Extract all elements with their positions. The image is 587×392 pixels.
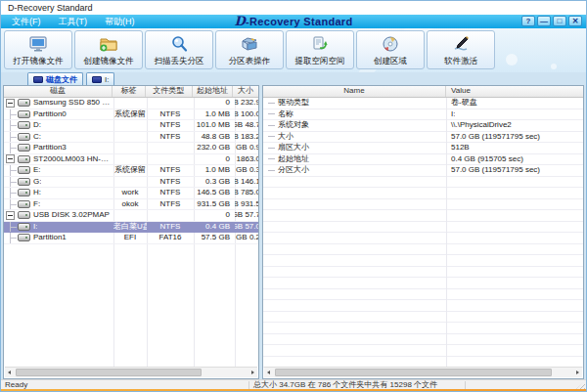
column-header-start[interactable]: 起始地址 [193, 86, 234, 97]
partition-row[interactable]: Partition1EFIFAT1657.5 GB0.2 GB [4, 233, 258, 244]
partition-box-icon [240, 32, 259, 56]
size-cell: 0.9 GB [235, 143, 258, 153]
disk-row[interactable]: Samsung SSD 850 EVO …0232.9 GB [4, 98, 258, 109]
partition-row[interactable]: H:workNTFS146.5 GB785.0 GB [4, 188, 258, 199]
tree-name-cell: G: [4, 177, 113, 188]
scroll-right-arrow-icon[interactable] [248, 368, 257, 377]
label-cell [113, 120, 147, 131]
activate-software-button[interactable]: 软件激活 [427, 30, 495, 69]
tab-disk-files[interactable]: 磁盘文件 [27, 72, 83, 85]
collapse-expander-icon[interactable] [6, 211, 15, 220]
maximize-button[interactable]: □ [553, 16, 566, 26]
property-name: 名称 [263, 109, 446, 120]
tree-connector [4, 132, 18, 143]
collapse-expander-icon[interactable] [6, 154, 15, 163]
close-button[interactable]: ✕ [568, 16, 582, 26]
start-address-cell: 0 [194, 98, 235, 109]
tab-drive-i[interactable]: I: [86, 72, 114, 85]
disk-row[interactable]: USB DISK 3.02PMAP057.7 GB [4, 210, 258, 222]
empty-row [263, 300, 583, 312]
decorative-bubble [551, 64, 557, 69]
drive-icon [18, 110, 30, 118]
label-cell: okok [113, 199, 147, 210]
property-name [263, 334, 446, 345]
size-cell: 785.0 GB [235, 188, 258, 198]
tree-name-cell: Partition1 [4, 233, 113, 243]
partition-row[interactable]: G:NTFS0.3 GB146.1 GB [4, 177, 258, 189]
column-header-label[interactable]: 标签 [113, 86, 146, 97]
extract-free-space-button[interactable]: 提取空闲空间 [286, 30, 354, 69]
partition-row[interactable]: D:NTFS101.0 MB48.7 GB [4, 120, 258, 132]
scroll-left-arrow-icon[interactable] [264, 368, 274, 377]
partition-row[interactable]: I:老白菜U盘NTFS0.4 GB57.0 GB [4, 222, 258, 234]
drive-icon [18, 223, 30, 231]
scroll-right-arrow-icon[interactable] [572, 368, 582, 377]
scrollbar-thumb[interactable] [16, 369, 202, 376]
drive-name: D: [33, 120, 41, 131]
drive-name: ST2000LM003 HN-M20… [33, 154, 113, 165]
label-cell [113, 177, 147, 188]
drive-name: I: [33, 222, 37, 233]
drive-icon [18, 155, 30, 163]
toolbar-button-label: 软件激活 [444, 56, 477, 66]
create-image-button[interactable]: 创建镜像文件 [74, 30, 143, 69]
tree-name-cell: Partition3 [4, 143, 113, 153]
property-row[interactable]: 分区大小57.0 GB (119571795 sec) [263, 165, 583, 177]
property-row[interactable]: 驱动类型卷-硬盘 [263, 98, 583, 109]
create-region-button[interactable]: 创建区域 [356, 30, 425, 69]
property-row[interactable]: 系统对象\\.\PhysicalDrive2 [263, 120, 583, 132]
drive-icon [18, 234, 30, 241]
property-name: 起始地址 [263, 154, 446, 165]
property-value: 0.4 GB (915705 sec) [446, 154, 523, 165]
empty-row [263, 312, 583, 324]
filetype-cell: NTFS [147, 120, 194, 131]
open-image-button[interactable]: 打开镜像文件 [4, 30, 72, 69]
partition-row[interactable]: F:okokNTFS931.5 GB931.5 GB [4, 199, 258, 211]
properties-panel-hscrollbar[interactable] [264, 367, 582, 377]
property-row[interactable]: 大小57.0 GB (119571795 sec) [263, 132, 583, 144]
property-name [263, 210, 446, 221]
label-cell: EFI [113, 233, 147, 243]
partition-row[interactable]: Partition0系统保留NTFS1.0 MB100.0 MB [4, 109, 258, 121]
property-name: 驱动类型 [263, 98, 446, 109]
toolbar-button-label: 扫描丢失分区 [155, 56, 204, 66]
property-name: 分区大小 [263, 165, 446, 176]
tree-connector [4, 165, 18, 176]
column-header-filetype[interactable]: 文件类型 [146, 86, 193, 97]
partition-row[interactable]: C:NTFS48.8 GB183.2 GB [4, 132, 258, 144]
scroll-left-arrow-icon[interactable] [5, 368, 15, 377]
property-row[interactable]: 扇区大小512B [263, 143, 583, 154]
partition-row[interactable]: E:系统保留NTFS1.0 MB0.3 GB [4, 165, 258, 177]
property-value: 卷-硬盘 [446, 98, 477, 109]
drive-name: Partition0 [33, 109, 67, 120]
disk-row[interactable]: ST2000LM003 HN-M20…01863.0 GB [4, 154, 258, 166]
label-cell: work [113, 188, 147, 198]
disk-panel-hscrollbar[interactable] [5, 367, 257, 377]
scan-lost-partition-button[interactable]: 扫描丢失分区 [145, 30, 213, 69]
label-cell: 系统保留 [113, 109, 147, 120]
tree-branch [268, 136, 275, 137]
drive-name: Partition1 [33, 233, 67, 243]
property-row[interactable]: 起始地址0.4 GB (915705 sec) [263, 154, 583, 166]
collapse-expander-icon[interactable] [6, 99, 15, 108]
resize-grip[interactable] [576, 381, 585, 389]
empty-row [263, 188, 583, 199]
property-row[interactable]: 名称I: [263, 109, 583, 121]
partition-table-button[interactable]: 分区表操作 [215, 30, 284, 69]
property-value: 512B [446, 143, 470, 153]
partition-row[interactable]: Partition3232.0 GB0.9 GB [4, 143, 258, 154]
monitor-icon [28, 32, 48, 56]
column-header-size[interactable]: 大小 [233, 86, 258, 97]
scrollbar-thumb[interactable] [275, 369, 552, 376]
help-button[interactable]: ? [521, 16, 535, 26]
drive-icon [18, 178, 30, 186]
column-header-disk[interactable]: 磁盘 [4, 86, 113, 97]
drive-name: G: [33, 177, 41, 188]
size-cell: 1863.0 GB [235, 154, 258, 165]
column-header-value[interactable]: Value [446, 86, 583, 97]
minimize-button[interactable]: — [537, 16, 551, 26]
window-title: D-Recovery Standard [8, 3, 93, 13]
extract-arrow-icon [310, 32, 330, 56]
column-header-name[interactable]: Name [263, 86, 446, 97]
property-name [263, 177, 446, 188]
